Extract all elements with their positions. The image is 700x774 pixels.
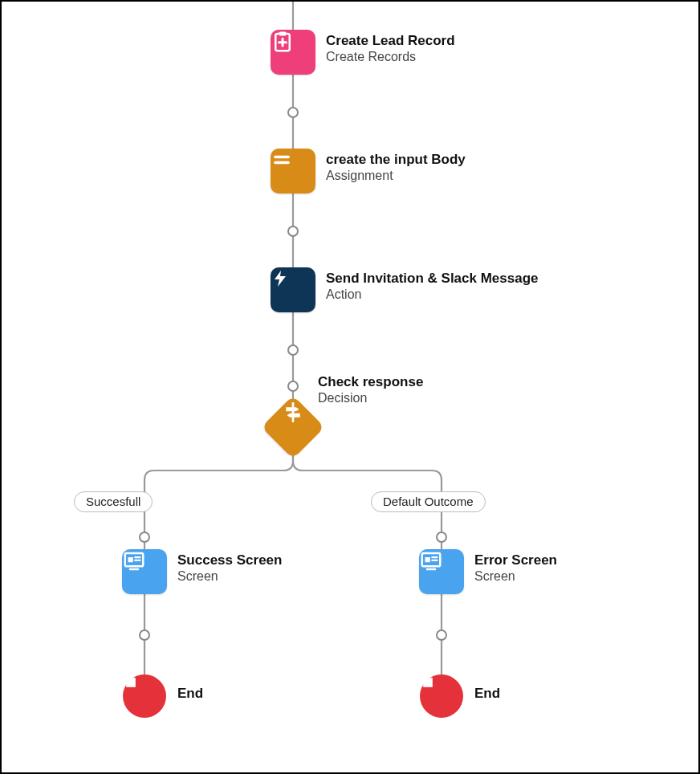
add-node-dot[interactable] bbox=[287, 226, 299, 237]
node-error-screen[interactable] bbox=[419, 549, 464, 594]
node-label-success-screen: Success Screen Screen bbox=[177, 552, 282, 585]
add-node-dot[interactable] bbox=[287, 344, 299, 356]
branch-label-successful[interactable]: Succesfull bbox=[74, 491, 153, 512]
svg-rect-6 bbox=[126, 678, 136, 687]
node-create-input-body[interactable] bbox=[271, 149, 315, 194]
screen-icon bbox=[122, 549, 146, 573]
add-node-dot[interactable] bbox=[287, 381, 299, 392]
node-title: End bbox=[177, 685, 203, 702]
branch-label-default-outcome[interactable]: Default Outcome bbox=[371, 491, 486, 512]
node-label-send-invitation: Send Invitation & Slack Message Action bbox=[326, 270, 539, 303]
add-node-dot[interactable] bbox=[139, 629, 150, 641]
node-subtitle: Action bbox=[326, 287, 539, 303]
node-create-lead-record[interactable] bbox=[271, 30, 315, 75]
node-subtitle: Decision bbox=[318, 390, 423, 406]
node-title: Error Screen bbox=[474, 552, 557, 568]
svg-rect-7 bbox=[423, 678, 433, 687]
svg-rect-3 bbox=[128, 557, 133, 562]
node-title: Check response bbox=[318, 373, 423, 390]
node-title: create the input Body bbox=[326, 151, 466, 168]
svg-rect-1 bbox=[279, 32, 287, 36]
stop-icon bbox=[420, 674, 436, 690]
connector-branch-left bbox=[144, 453, 293, 549]
add-node-dot[interactable] bbox=[436, 629, 447, 641]
node-subtitle: Screen bbox=[177, 568, 282, 585]
node-send-invitation[interactable] bbox=[271, 267, 315, 312]
node-title: Success Screen bbox=[177, 552, 282, 568]
node-label-end-right: End bbox=[474, 685, 500, 702]
signpost-icon bbox=[281, 401, 305, 425]
clipboard-plus-icon bbox=[271, 30, 295, 54]
node-title: Send Invitation & Slack Message bbox=[326, 270, 539, 287]
node-subtitle: Screen bbox=[474, 568, 557, 585]
node-label-end-left: End bbox=[177, 685, 203, 702]
add-node-dot[interactable] bbox=[139, 532, 150, 543]
stop-icon bbox=[123, 674, 139, 690]
node-success-screen[interactable] bbox=[122, 549, 167, 594]
node-label-check-response: Check response Decision bbox=[318, 373, 423, 406]
lightning-icon bbox=[271, 267, 290, 290]
node-subtitle: Assignment bbox=[326, 168, 466, 184]
svg-rect-5 bbox=[425, 557, 430, 562]
node-subtitle: Create Records bbox=[326, 49, 455, 65]
node-label-create-lead: Create Lead Record Create Records bbox=[326, 32, 455, 65]
node-title: End bbox=[474, 685, 500, 702]
node-end-left[interactable] bbox=[123, 674, 166, 718]
equals-icon bbox=[271, 149, 293, 171]
node-label-error-screen: Error Screen Screen bbox=[474, 552, 557, 585]
screen-icon bbox=[419, 549, 443, 573]
node-end-right[interactable] bbox=[420, 674, 463, 718]
node-title: Create Lead Record bbox=[326, 32, 455, 49]
add-node-dot[interactable] bbox=[287, 107, 299, 118]
flow-canvas[interactable]: Create Lead Record Create Records create… bbox=[0, 0, 700, 774]
node-label-create-body: create the input Body Assignment bbox=[326, 151, 466, 184]
add-node-dot[interactable] bbox=[436, 532, 447, 543]
